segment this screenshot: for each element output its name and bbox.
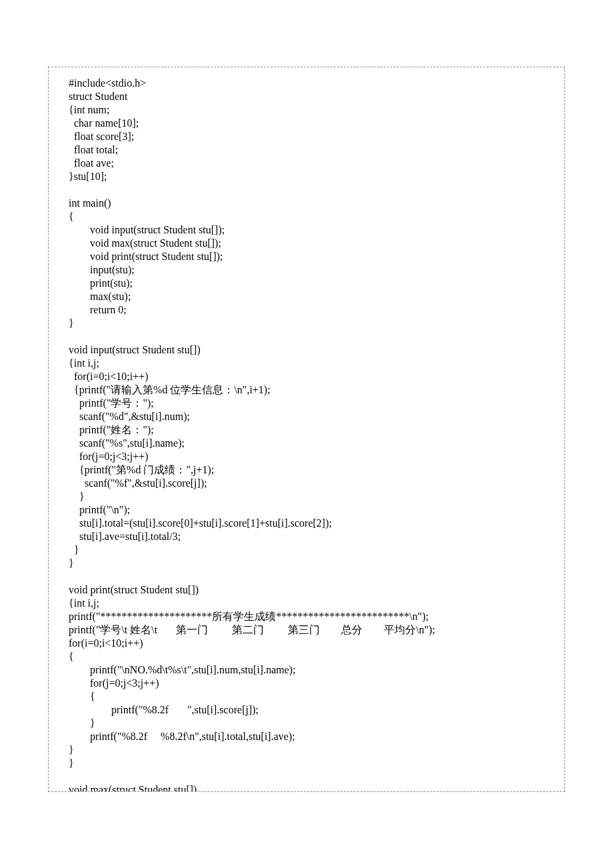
code-listing-box: #include<stdio.h> struct Student {int nu… xyxy=(48,67,565,792)
code-content: #include<stdio.h> struct Student {int nu… xyxy=(69,77,435,792)
document-page: #include<stdio.h> struct Student {int nu… xyxy=(0,0,613,868)
